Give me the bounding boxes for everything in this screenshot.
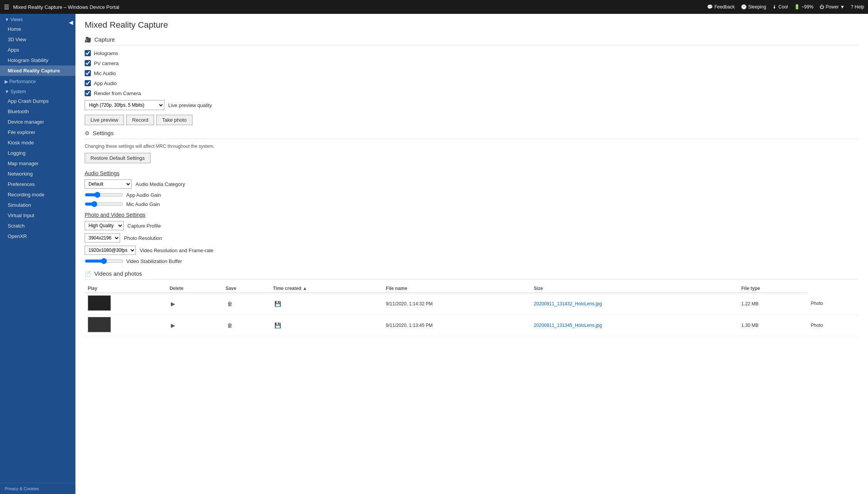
titlebar: ☰ Mixed Reality Capture – Windows Device…: [0, 0, 868, 14]
cell-time: 9/11/2020, 1:14:32 PM: [383, 293, 531, 315]
cell-thumb: [85, 315, 166, 336]
sidebar-item-app-crash-dumps[interactable]: App Crash Dumps: [0, 96, 75, 106]
thumbnail: [88, 317, 111, 332]
live-preview-button[interactable]: Live preview: [85, 115, 124, 125]
sleeping-icon: 🕐: [741, 4, 747, 10]
settings-description: Changing these settings will affect MRC …: [85, 144, 859, 149]
main-layout: ◀ ▼ Views Home 3D View Apps Hologram Sta…: [0, 14, 868, 494]
sidebar-item-home[interactable]: Home: [0, 24, 75, 34]
sidebar-section-views[interactable]: ▼ Views: [0, 14, 75, 24]
save-button[interactable]: 💾: [273, 322, 283, 329]
audio-settings-title: Audio Settings: [85, 170, 859, 176]
video-stab-buffer-slider[interactable]: [85, 258, 123, 264]
col-play[interactable]: Play: [85, 284, 166, 293]
cell-time: 9/11/2020, 1:13:45 PM: [383, 315, 531, 336]
cell-play: ▶: [166, 315, 222, 336]
photo-resolution-select[interactable]: 3904x2196 2272x1278 1408x792: [85, 233, 120, 243]
sidebar-item-networking[interactable]: Networking: [0, 169, 75, 179]
table-header-row: Play Delete Save Time created ▲ File nam…: [85, 284, 859, 293]
video-stab-buffer-row: Video Stabilization Buffer: [85, 258, 859, 264]
checkbox-mic-audio: Mic Audio: [85, 70, 859, 76]
app-audio-checkbox[interactable]: [85, 80, 91, 86]
delete-button[interactable]: 🗑: [226, 322, 234, 329]
sidebar-item-3dview[interactable]: 3D View: [0, 34, 75, 45]
photo-resolution-row: 3904x2196 2272x1278 1408x792 Photo Resol…: [85, 233, 859, 243]
sidebar-item-device-manager[interactable]: Device manager: [0, 117, 75, 127]
cool-status: 🌡 Cool: [772, 4, 788, 10]
record-button[interactable]: Record: [126, 115, 154, 125]
capture-profile-row: High Quality Balanced Performance Captur…: [85, 221, 859, 230]
mic-audio-gain-slider[interactable]: [85, 201, 123, 207]
cell-filetype: Photo: [808, 315, 859, 336]
cell-delete: 🗑: [222, 293, 270, 315]
capture-profile-select[interactable]: High Quality Balanced Performance: [85, 221, 124, 230]
play-button[interactable]: ▶: [169, 322, 177, 329]
capture-profile-label: Capture Profile: [127, 223, 161, 229]
titlebar-title: Mixed Reality Capture – Windows Device P…: [13, 4, 707, 10]
col-time[interactable]: Time created ▲: [270, 284, 383, 293]
help-button[interactable]: ? Help: [851, 4, 864, 10]
sidebar-item-map-manager[interactable]: Map manager: [0, 158, 75, 169]
restore-defaults-button[interactable]: Restore Default Settings: [85, 153, 151, 163]
file-link[interactable]: 20200911_131345_HoloLens.jpg: [534, 323, 602, 328]
video-resolution-select[interactable]: 1920x1080@30fps 1280x720@30fps 1280x720@…: [85, 246, 136, 255]
sidebar-item-scratch[interactable]: Scratch: [0, 221, 75, 231]
sleeping-status: 🕐 Sleeping: [741, 4, 766, 10]
col-save[interactable]: Save: [222, 284, 270, 293]
quality-select[interactable]: High (720p, 30fps, 5 Mbits) Low (424p, 1…: [85, 100, 164, 110]
sidebar-item-recording-mode[interactable]: Recording mode: [0, 189, 75, 200]
sidebar-item-kiosk-mode[interactable]: Kiosk mode: [0, 137, 75, 148]
table-row: ▶ 🗑 💾 9/11/2020, 1:14:32 PM 20200911_131…: [85, 293, 859, 315]
video-resolution-row: 1920x1080@30fps 1280x720@30fps 1280x720@…: [85, 246, 859, 255]
checkbox-app-audio: App Audio: [85, 80, 859, 86]
menu-icon[interactable]: ☰: [4, 3, 9, 11]
cell-filename: 20200911_131345_HoloLens.jpg: [531, 315, 738, 336]
settings-section-header: ⚙ Settings: [85, 130, 859, 139]
render-from-camera-checkbox[interactable]: [85, 90, 91, 96]
sidebar-item-hologram-stability[interactable]: Hologram Stability: [0, 55, 75, 65]
quality-row: High (720p, 30fps, 5 Mbits) Low (424p, 1…: [85, 100, 859, 110]
pvcamera-checkbox[interactable]: [85, 60, 91, 66]
sidebar-item-preferences[interactable]: Preferences: [0, 179, 75, 189]
cell-filename: 20200911_131432_HoloLens.jpg: [531, 293, 738, 315]
sidebar-item-mrc[interactable]: Mixed Reality Capture: [0, 65, 75, 76]
sidebar-section-system[interactable]: ▼ System: [0, 86, 75, 96]
sidebar-section-performance[interactable]: ▶ Performance: [0, 76, 75, 86]
cell-play: ▶: [166, 293, 222, 315]
holograms-checkbox[interactable]: [85, 50, 91, 56]
delete-button[interactable]: 🗑: [226, 300, 234, 308]
checkbox-render-from-camera: Render from Camera: [85, 90, 859, 96]
sidebar-collapse-button[interactable]: ◀: [67, 18, 75, 27]
save-button[interactable]: 💾: [273, 300, 283, 308]
sidebar-item-openxr[interactable]: OpenXR: [0, 231, 75, 241]
col-filename[interactable]: File name: [383, 284, 531, 293]
sidebar-item-simulation[interactable]: Simulation: [0, 200, 75, 210]
camera-icon: 🎥: [85, 37, 91, 43]
feedback-button[interactable]: 💬 Feedback: [707, 4, 735, 10]
sidebar-item-logging[interactable]: Logging: [0, 148, 75, 158]
col-filetype[interactable]: File type: [738, 284, 808, 293]
capture-buttons: Live preview Record Take photo: [85, 115, 859, 125]
sidebar: ◀ ▼ Views Home 3D View Apps Hologram Sta…: [0, 14, 75, 494]
cell-thumb: [85, 293, 166, 315]
sidebar-footer-privacy[interactable]: Privacy & Cookies: [0, 483, 75, 494]
power-button[interactable]: ⏻ Power ▼: [819, 4, 845, 10]
cell-size: 1.30 MB: [738, 315, 808, 336]
cell-save: 💾: [270, 293, 383, 315]
app-audio-gain-label: App Audio Gain: [126, 192, 161, 198]
sidebar-item-file-explorer[interactable]: File explorer: [0, 127, 75, 137]
take-photo-button[interactable]: Take photo: [156, 115, 192, 125]
sidebar-item-apps[interactable]: Apps: [0, 45, 75, 55]
col-delete[interactable]: Delete: [166, 284, 222, 293]
sidebar-item-virtual-input[interactable]: Virtual Input: [0, 210, 75, 221]
file-link[interactable]: 20200911_131432_HoloLens.jpg: [534, 301, 602, 306]
cell-filetype: Photo: [808, 293, 859, 315]
sidebar-item-bluetooth[interactable]: Bluetooth: [0, 106, 75, 117]
play-button[interactable]: ▶: [169, 300, 177, 308]
cell-delete: 🗑: [222, 315, 270, 336]
file-icon: 📄: [85, 271, 91, 277]
col-size[interactable]: Size: [531, 284, 738, 293]
audio-media-select[interactable]: Default Communications Media: [85, 179, 132, 189]
app-audio-gain-slider[interactable]: [85, 192, 123, 198]
mic-audio-checkbox[interactable]: [85, 70, 91, 76]
